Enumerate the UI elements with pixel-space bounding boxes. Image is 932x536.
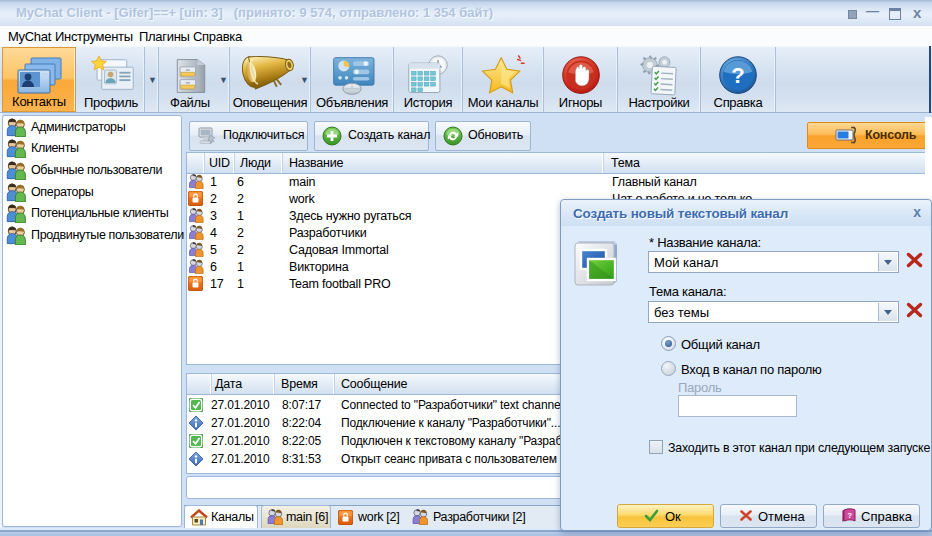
svg-text:?: ? [731,63,744,88]
svg-text:?: ? [847,511,852,520]
